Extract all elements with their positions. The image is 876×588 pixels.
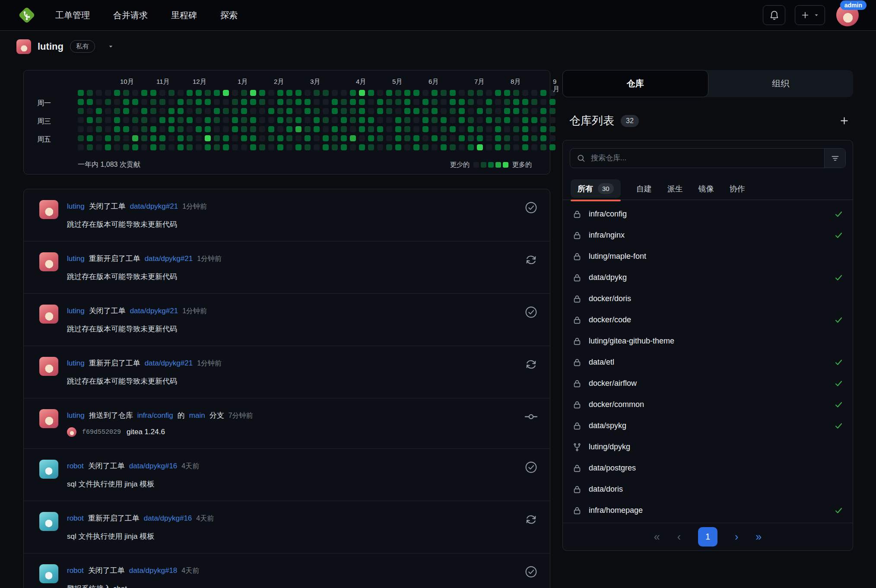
feed-user-link[interactable]: luting [67, 411, 85, 420]
repo-row[interactable]: data/postgres [567, 458, 848, 479]
tab-repositories[interactable]: 仓库 [562, 70, 708, 97]
caret-down-icon [813, 12, 819, 18]
repo-name-link[interactable]: infra/nginx [589, 231, 625, 240]
repo-row[interactable]: data/etl [567, 352, 848, 373]
feed-target-link[interactable]: data/dpykg#21 [145, 254, 193, 263]
feed-user-link[interactable]: robot [67, 566, 84, 575]
heatmap-cell [513, 90, 519, 96]
heatmap-cell [386, 99, 392, 105]
repo-name-link[interactable]: docker/common [589, 400, 644, 409]
heatmap-cell [486, 117, 492, 123]
repo-row[interactable]: docker/doris [567, 288, 848, 309]
repo-name-link[interactable]: data/spykg [589, 421, 626, 430]
heatmap-cell [323, 108, 329, 114]
context-user-name[interactable]: luting [38, 41, 63, 52]
repo-filter-button[interactable] [824, 149, 845, 168]
feed-branch-link[interactable]: main [189, 411, 205, 420]
repo-filter-tab-所有[interactable]: 所有30 [571, 179, 621, 198]
feed-user-link[interactable]: robot [67, 462, 84, 470]
heatmap-cell [132, 144, 138, 150]
heatmap-cell [486, 99, 492, 105]
context-caret-down-icon[interactable] [108, 43, 114, 50]
repo-name-link[interactable]: docker/doris [589, 294, 631, 303]
feed-avatar[interactable] [39, 357, 58, 376]
feed-user-link[interactable]: robot [67, 514, 84, 523]
repo-row[interactable]: luting/maple-font [567, 246, 848, 267]
repo-row[interactable]: data/dpykg [567, 267, 848, 288]
feed-avatar[interactable] [39, 512, 58, 531]
context-user-avatar[interactable] [16, 39, 31, 54]
heatmap-cell [422, 99, 428, 105]
feed-user-link[interactable]: luting [67, 307, 85, 315]
heatmap-cell [87, 126, 93, 132]
page-nav-link[interactable]: » [755, 531, 762, 543]
feed-target-link[interactable]: data/dpykg#16 [144, 514, 192, 523]
heatmap-cell [323, 117, 329, 123]
repo-name-link[interactable]: luting/dpykg [589, 442, 630, 451]
repo-row[interactable]: infra/nginx [567, 225, 848, 246]
feed-avatar[interactable] [39, 564, 58, 583]
legend-cell [503, 162, 508, 168]
repo-row[interactable]: data/doris [567, 479, 848, 500]
feed-target-link[interactable]: data/dpykg#16 [129, 462, 178, 470]
repo-row[interactable]: data/spykg [567, 415, 848, 436]
page-nav-link[interactable]: › [735, 531, 738, 543]
repo-row[interactable]: luting/gitea-github-theme [567, 331, 848, 352]
gitea-logo-icon[interactable] [17, 6, 36, 25]
repo-row[interactable]: infra/homepage [567, 500, 848, 521]
repo-name-link[interactable]: infra/homepage [589, 506, 643, 515]
repo-filter-tab-镜像[interactable]: 镜像 [698, 184, 714, 194]
repo-name-link[interactable]: docker/code [589, 315, 631, 324]
commit-hash-link[interactable]: f69d552029 [82, 429, 121, 436]
notifications-button[interactable] [763, 5, 785, 25]
create-new-button[interactable] [795, 5, 825, 25]
feed-user-link[interactable]: luting [67, 202, 85, 211]
heatmap-cell [214, 108, 220, 114]
feed-avatar[interactable] [39, 200, 58, 219]
filter-tab-label: 镜像 [698, 184, 714, 194]
feed-timestamp: 4天前 [181, 462, 199, 471]
repo-name-link[interactable]: data/doris [589, 485, 623, 494]
feed-user-link[interactable]: luting [67, 254, 85, 263]
feed-target-link[interactable]: data/dpykg#18 [129, 566, 178, 575]
repo-row[interactable]: docker/airflow [567, 373, 848, 394]
nav-item[interactable]: 工单管理 [55, 10, 90, 21]
repo-name-link[interactable]: luting/gitea-github-theme [589, 337, 674, 346]
add-repo-button[interactable] [839, 115, 850, 126]
nav-item[interactable]: 里程碑 [171, 10, 197, 21]
repo-row[interactable]: infra/config [567, 203, 848, 225]
heatmap-month-label: 7月 [474, 78, 484, 86]
feed-target-link[interactable]: data/dpykg#21 [145, 359, 193, 368]
heatmap-cell [450, 99, 456, 105]
repo-row[interactable]: luting/dpykg [567, 436, 848, 458]
repo-name-link[interactable]: infra/config [589, 210, 627, 219]
repo-row[interactable]: docker/common [567, 394, 848, 415]
repo-name-link[interactable]: docker/airflow [589, 379, 637, 388]
repo-filter-tab-协作[interactable]: 协作 [730, 184, 745, 194]
tab-organizations[interactable]: 组织 [708, 70, 854, 97]
feed-avatar[interactable] [39, 409, 58, 428]
feed-target-link[interactable]: data/dpykg#21 [130, 202, 178, 211]
feed-user-link[interactable]: luting [67, 359, 85, 368]
repo-filter-tab-派生[interactable]: 派生 [667, 184, 683, 194]
feed-avatar[interactable] [39, 460, 58, 479]
nav-item[interactable]: 合并请求 [113, 10, 148, 21]
feed-target-link[interactable]: infra/config [137, 411, 173, 420]
nav-item[interactable]: 探索 [220, 10, 238, 21]
feed-avatar[interactable] [39, 305, 58, 324]
feed-target-link[interactable]: data/dpykg#21 [130, 307, 178, 315]
repo-row[interactable]: docker/code [567, 309, 848, 331]
repo-name-link[interactable]: luting/maple-font [589, 252, 646, 261]
repo-name-link[interactable]: data/etl [589, 358, 614, 367]
heatmap-cell [441, 126, 447, 132]
heatmap-cell [277, 90, 283, 96]
repo-filter-tab-自建[interactable]: 自建 [636, 184, 652, 194]
page-current[interactable]: 1 [698, 527, 717, 547]
repo-search-input[interactable] [590, 149, 824, 168]
repo-name-link[interactable]: data/dpykg [589, 273, 627, 282]
feed-avatar[interactable] [39, 252, 58, 271]
heatmap-cell [250, 135, 256, 141]
heatmap-cell [87, 117, 93, 123]
repo-name-link[interactable]: data/postgres [589, 464, 636, 473]
heatmap-cell [477, 135, 483, 141]
